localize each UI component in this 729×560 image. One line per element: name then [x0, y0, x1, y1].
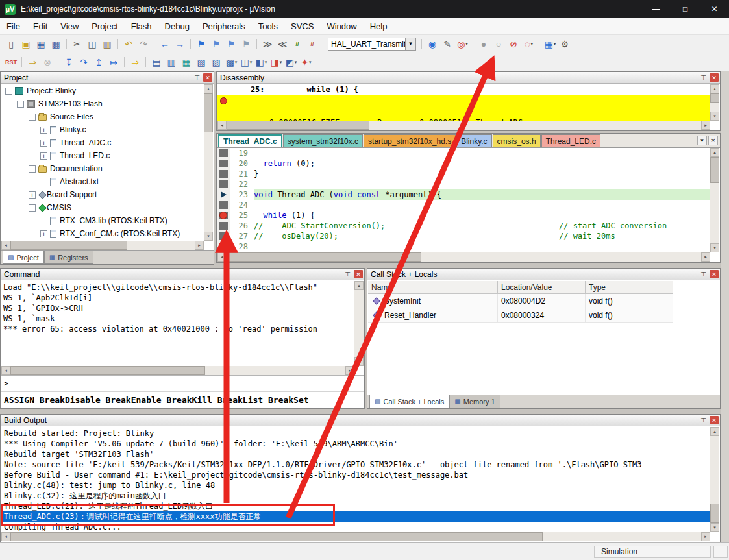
undo-icon[interactable]: ↶ [121, 37, 136, 51]
build-output-line[interactable]: *** Using Compiler 'V5.06 update 7 (buil… [1, 439, 710, 449]
callstack-row[interactable]: SystemInit 0x080004D2 void f() [368, 294, 673, 308]
next-bookmark-icon[interactable]: ⚑ [224, 37, 239, 51]
step-out-icon[interactable]: ↥ [92, 55, 106, 69]
pin-icon[interactable]: ⊤ [699, 416, 708, 424]
project-hscrollbar[interactable]: ◂▸ [1, 241, 204, 250]
paste-icon[interactable]: ▥ [100, 37, 115, 51]
enable-disable-breakpoint-icon[interactable]: ○ [491, 37, 506, 51]
menu-item[interactable]: File [0, 18, 27, 34]
callstack-window-icon[interactable]: ▨ [209, 55, 224, 69]
breakpoint-margin[interactable] [217, 200, 230, 210]
configure-icon[interactable]: ⚙ [558, 37, 573, 51]
expand-toggle-icon[interactable]: + [40, 230, 47, 237]
expand-toggle-icon[interactable]: - [5, 88, 12, 95]
step-icon[interactable]: ↧ [62, 55, 77, 69]
pin-icon[interactable]: ⊤ [699, 73, 708, 82]
system-viewer-icon[interactable]: ◩▾ [284, 55, 299, 69]
maximize-button[interactable]: □ [671, 0, 700, 18]
tree-item[interactable]: - Project: Blinky [1, 84, 204, 97]
column-header[interactable]: Type [586, 281, 673, 293]
tree-item[interactable]: RTX_CM3.lib (RTOS:Keil RTX) [1, 214, 204, 227]
comment-icon[interactable]: // [290, 37, 305, 51]
redo-icon[interactable]: ↷ [136, 37, 151, 51]
expand-toggle-icon[interactable]: - [29, 114, 36, 121]
column-header[interactable]: Name [368, 281, 498, 293]
command-hscrollbar[interactable]: ◂▸ [1, 366, 354, 375]
tree-item[interactable]: + Thread_ADC.c [1, 136, 204, 149]
find-icon[interactable]: ✎ [440, 37, 455, 51]
menu-item[interactable]: Flash [125, 18, 158, 34]
navigate-back-icon[interactable]: ← [158, 37, 173, 51]
pin-icon[interactable]: ⊤ [699, 270, 708, 278]
expand-toggle-icon[interactable]: - [17, 101, 24, 108]
unindent-icon[interactable]: ≪ [275, 37, 290, 51]
breakpoint-margin[interactable] [217, 158, 230, 169]
toolbox-icon[interactable]: ✦▾ [299, 55, 314, 69]
build-vscrollbar[interactable]: ▴▾ [710, 427, 719, 532]
run-icon[interactable]: ⇒ [25, 55, 40, 69]
menu-item[interactable]: Edit [27, 18, 54, 34]
breakpoint-icon[interactable] [220, 97, 227, 104]
bottom-tab[interactable]: ▦ Registers [44, 251, 93, 264]
build-output-line[interactable]: Before Build - User command #1: E:\keil_… [1, 470, 710, 480]
editor-tab[interactable]: startup_stm32f10x_hd.s [364, 134, 456, 147]
callstack-row[interactable]: Reset_Handler 0x08000324 void f() [368, 308, 673, 323]
window-layout-icon[interactable]: ▦▾ [543, 37, 558, 51]
code-editor[interactable]: 19 20 return (0); 21 } 22 23 voi [217, 148, 710, 252]
disassembly-hscrollbar[interactable]: ◂▸ [217, 121, 710, 130]
menu-item[interactable]: Project [85, 18, 124, 34]
indent-icon[interactable]: ≫ [260, 37, 275, 51]
editor-tab[interactable]: cmsis_os.h [493, 134, 541, 147]
combo-dropdown-icon[interactable]: ▼ [406, 38, 416, 51]
close-icon[interactable]: ✕ [203, 73, 212, 82]
tree-item[interactable]: - Source Files [1, 110, 204, 123]
expand-toggle-icon[interactable]: - [29, 204, 36, 212]
copy-icon[interactable]: ◫ [85, 37, 100, 51]
find-in-files-icon[interactable]: ◉ [425, 37, 440, 51]
insert-remove-breakpoint-icon[interactable]: ● [476, 37, 491, 51]
build-output-line[interactable]: Note: source file 'E:/keil_539/Packs/Kei… [1, 459, 710, 470]
menu-item[interactable]: Peripherals [196, 18, 252, 34]
clear-bookmarks-icon[interactable]: ⚑ [239, 37, 254, 51]
editor-vscrollbar[interactable]: ▴▾ [710, 148, 719, 252]
kill-all-breakpoints-icon[interactable]: ◌▾ [521, 37, 536, 51]
close-icon[interactable]: ✕ [354, 270, 363, 278]
breakpoint-margin[interactable] [217, 210, 230, 221]
minimize-button[interactable]: — [641, 0, 671, 18]
stop-icon[interactable]: ⊗ [40, 55, 55, 69]
tree-item[interactable]: + RTX_Conf_CM.c (RTOS:Keil RTX) [1, 227, 204, 240]
step-over-icon[interactable]: ↷ [77, 55, 92, 69]
breakpoint-margin[interactable] [217, 179, 230, 189]
watch-window-icon[interactable]: ▩▾ [224, 55, 239, 69]
command-window-icon[interactable]: ▤ [149, 55, 164, 69]
new-file-icon[interactable]: ▯ [4, 37, 19, 51]
breakpoint-margin[interactable] [217, 189, 230, 200]
close-icon[interactable]: ✕ [710, 270, 719, 278]
build-output-line[interactable]: Blinky.c(48): test: jump to Blinky.c, li… [1, 480, 710, 491]
find-text-combo[interactable]: HAL_UART_Transmit ▼ [328, 38, 416, 51]
close-icon[interactable]: ✕ [710, 73, 719, 82]
memory-window-icon[interactable]: ◫▾ [239, 55, 254, 69]
tree-item[interactable]: + Blinky.c [1, 123, 204, 136]
tree-item[interactable]: - STM32F103 Flash [1, 97, 204, 110]
breakpoint-icon[interactable] [219, 212, 227, 219]
build-output-line[interactable]: Rebuild started: Project: Blinky [1, 428, 710, 439]
bottom-tab[interactable]: ▤ Call Stack + Locals [369, 395, 449, 408]
open-file-icon[interactable]: ▣ [19, 37, 34, 51]
menu-item[interactable]: Debug [158, 18, 196, 34]
expand-toggle-icon[interactable]: + [40, 140, 47, 147]
symbol-window-icon[interactable]: ▦ [179, 55, 194, 69]
tree-item[interactable]: + Board Support [1, 188, 204, 201]
breakpoint-margin[interactable] [217, 221, 230, 231]
close-button[interactable]: ✕ [700, 0, 729, 18]
build-hscrollbar[interactable]: ◂▸ [1, 532, 710, 541]
previous-bookmark-icon[interactable]: ⚑ [209, 37, 224, 51]
build-output-log[interactable]: Rebuild started: Project: Blinky*** Usin… [1, 427, 710, 532]
run-to-cursor-icon[interactable]: ↦ [106, 55, 121, 69]
serial-window-icon[interactable]: ◧▾ [254, 55, 269, 69]
build-output-line[interactable]: Thread_ADC.c(23)：调试时记得在这里打断点，检测xxxx功能是否正… [1, 511, 710, 522]
project-vscrollbar[interactable]: ▴▾ [204, 84, 213, 241]
editor-tab[interactable]: Blinky.c [456, 134, 491, 147]
expand-toggle-icon[interactable]: + [40, 127, 47, 134]
close-document-icon[interactable]: ✕ [708, 136, 718, 145]
